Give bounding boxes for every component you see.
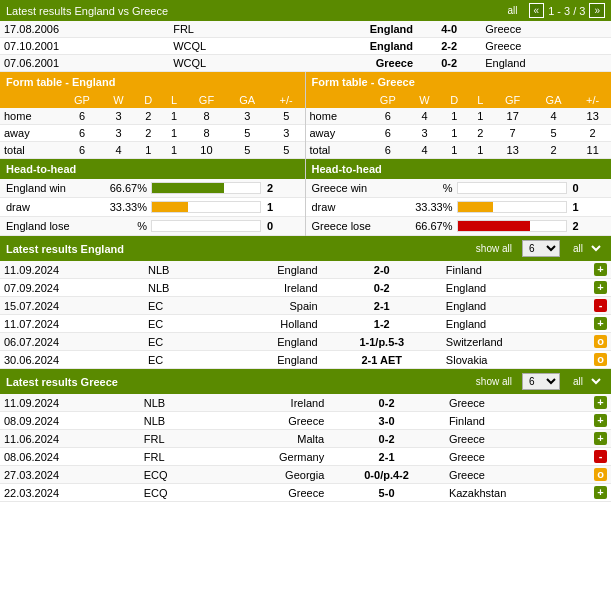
result-badge: + xyxy=(594,317,607,330)
result-badge: o xyxy=(594,353,607,366)
latest-england-controls: show all 6 10 all xyxy=(470,240,605,257)
badge-cell: + xyxy=(590,484,611,502)
h2h-label: draw xyxy=(6,201,96,213)
comp-cell: EC xyxy=(144,333,211,351)
h2h-england-title: Head-to-head xyxy=(6,163,76,175)
form-greece-table: GP W D L GF GA +/- home 6 4 1 1 17 4 13 … xyxy=(306,92,612,159)
row-ga: 4 xyxy=(533,108,574,125)
col-label xyxy=(306,92,368,108)
top-results-table: 17.08.2006 FRL England 4-0 Greece 07.10.… xyxy=(0,21,611,72)
badge-cell: o xyxy=(590,333,611,351)
row-w: 4 xyxy=(409,142,441,159)
badge-cell: + xyxy=(590,394,611,412)
comp-cell: FRL xyxy=(140,430,211,448)
table-row: 08.06.2024 FRL Germany 2-1 Greece - xyxy=(0,448,611,466)
h2h-greece-title: Head-to-head xyxy=(312,163,382,175)
table-row: 11.07.2024 EC Holland 1-2 England + xyxy=(0,315,611,333)
table-row: 11.09.2024 NLB Ireland 0-2 Greece + xyxy=(0,394,611,412)
h2h-bar-container xyxy=(457,182,567,194)
score-cell: 0-2 xyxy=(322,279,442,297)
england-count-select[interactable]: 6 10 xyxy=(522,240,560,257)
team1-cell: England xyxy=(211,261,321,279)
col-l: L xyxy=(468,92,492,108)
team2-cell: Greece xyxy=(445,394,590,412)
row-ga: 3 xyxy=(227,108,268,125)
badge-cell: + xyxy=(590,315,611,333)
date-cell: 30.06.2024 xyxy=(0,351,144,369)
h2h-row: draw 33.33% 1 xyxy=(306,198,612,217)
row-l: 1 xyxy=(162,108,186,125)
form-greece-title: Form table - Greece xyxy=(312,76,415,88)
result-badge: + xyxy=(594,486,607,499)
h2h-pct: % xyxy=(402,182,457,194)
row-label: home xyxy=(0,108,61,125)
row-ga: 5 xyxy=(227,125,268,142)
table-row: 27.03.2024 ECQ Georgia 0-0/p.4-2 Greece … xyxy=(0,466,611,484)
date-cell: 11.09.2024 xyxy=(0,261,144,279)
row-label: home xyxy=(306,108,368,125)
comp-cell: FRL xyxy=(140,448,211,466)
form-england-title: Form table - England xyxy=(6,76,115,88)
h2h-row: Greece lose 66.67% 2 xyxy=(306,217,612,236)
row-w: 4 xyxy=(103,142,135,159)
next-next-button[interactable]: » xyxy=(589,3,605,18)
h2h-row: draw 33.33% 1 xyxy=(0,198,305,217)
h2h-england-rows: England win 66.67% 2 draw 33.33% 1 Engla… xyxy=(0,179,305,236)
h2h-bar xyxy=(458,221,530,231)
col-gf: GF xyxy=(186,92,226,108)
page-info: 1 - 3 / 3 xyxy=(548,5,585,17)
latest-greece-header: Latest results Greece show all 6 10 all xyxy=(0,369,611,394)
date-cell: 27.03.2024 xyxy=(0,466,140,484)
row-gp: 6 xyxy=(367,108,408,125)
row-ga: 5 xyxy=(533,125,574,142)
comp-cell: FRL xyxy=(169,21,279,38)
row-gf: 7 xyxy=(493,125,533,142)
result-badge: + xyxy=(594,432,607,445)
table-row: 22.03.2024 ECQ Greece 5-0 Kazakhstan + xyxy=(0,484,611,502)
score-cell: 1-2 xyxy=(322,315,442,333)
row-gp: 6 xyxy=(367,142,408,159)
table-row: away 6 3 2 1 8 5 3 xyxy=(0,125,305,142)
prev-prev-button[interactable]: « xyxy=(529,3,545,18)
greece-count-select[interactable]: 6 10 xyxy=(522,373,560,390)
table-row: total 6 4 1 1 10 5 5 xyxy=(0,142,305,159)
comp-cell: WCQL xyxy=(169,55,279,72)
team2-cell: Greece xyxy=(481,21,611,38)
form-england-header: Form table - England xyxy=(0,72,305,92)
badge-cell: o xyxy=(590,351,611,369)
show-all-greece-button[interactable]: show all xyxy=(470,375,518,388)
col-pm: +/- xyxy=(268,92,305,108)
show-all-england-button[interactable]: show all xyxy=(470,242,518,255)
nav-controls: all « 1 - 3 / 3 » xyxy=(501,3,605,18)
team2-cell: Slovakia xyxy=(442,351,590,369)
badge-cell: - xyxy=(590,297,611,315)
latest-greece-section: Latest results Greece show all 6 10 all … xyxy=(0,369,611,502)
col-gp: GP xyxy=(61,92,102,108)
england-filter-select[interactable]: all xyxy=(564,240,605,257)
h2h-label: Greece lose xyxy=(312,220,402,232)
result-badge: + xyxy=(594,414,607,427)
team1-cell: Georgia xyxy=(210,466,328,484)
h2h-greece-rows: Greece win % 0 draw 33.33% 1 Greece lose… xyxy=(306,179,612,236)
badge-cell: - xyxy=(590,448,611,466)
row-gp: 6 xyxy=(61,142,102,159)
team2-cell: England xyxy=(442,315,590,333)
greece-filter-select[interactable]: all xyxy=(564,373,605,390)
table-row: 07.06.2001 WCQL Greece 0-2 England xyxy=(0,55,611,72)
h2h-bar xyxy=(152,183,224,193)
score-cell: 0-2 xyxy=(417,55,481,72)
row-pm: 5 xyxy=(268,142,305,159)
team1-cell: Greece xyxy=(279,55,417,72)
badge-cell: o xyxy=(590,466,611,484)
h2h-pct: 66.67% xyxy=(402,220,457,232)
table-row: 07.09.2024 NLB Ireland 0-2 England + xyxy=(0,279,611,297)
row-ga: 2 xyxy=(533,142,574,159)
team1-cell: Malta xyxy=(210,430,328,448)
all-button[interactable]: all xyxy=(501,3,525,18)
row-gf: 10 xyxy=(186,142,226,159)
team1-cell: England xyxy=(279,21,417,38)
table-row: 17.08.2006 FRL England 4-0 Greece xyxy=(0,21,611,38)
col-gf: GF xyxy=(493,92,533,108)
row-d: 1 xyxy=(134,142,162,159)
score-cell: 5-0 xyxy=(328,484,445,502)
